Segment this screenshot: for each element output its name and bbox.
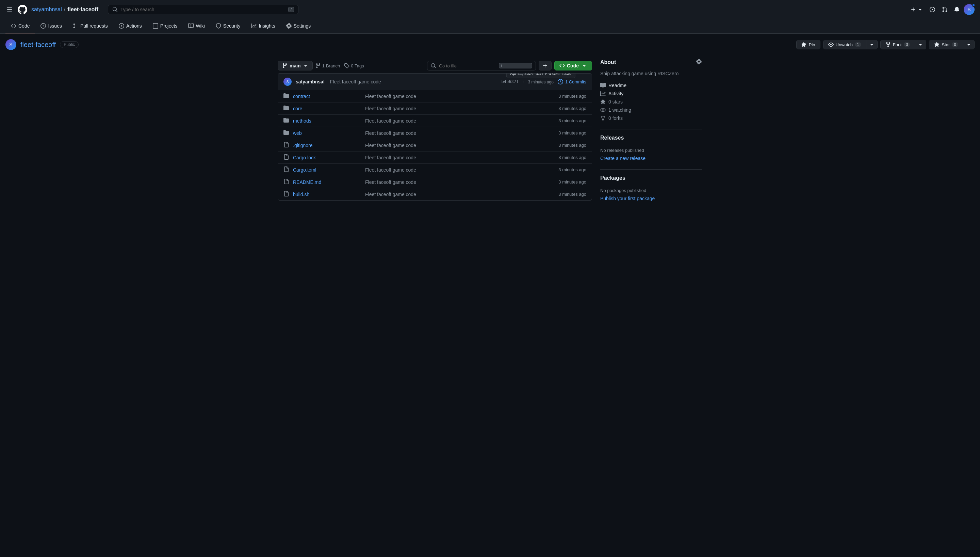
star-icon [934, 42, 939, 47]
commits-count-label: 1 Commits [565, 79, 586, 85]
eye-icon [828, 42, 834, 47]
readme-stat: Readme [600, 83, 703, 88]
insights-icon [251, 23, 256, 29]
search-kbd: / [288, 7, 294, 12]
username-link[interactable]: satyambnsal [31, 7, 62, 13]
code-dropdown-button[interactable]: Code [554, 61, 592, 70]
go-to-file-input[interactable] [439, 64, 496, 68]
repo-breadcrumb: satyambnsal / fleet-faceoff [31, 7, 98, 13]
about-settings-button[interactable] [696, 58, 703, 66]
file-row: methods Fleet faceoff game code 3 minute… [278, 115, 592, 127]
code-icon [11, 23, 16, 29]
pull-request-icon [942, 7, 948, 12]
file-time: 3 minutes ago [558, 106, 586, 111]
tags-link[interactable]: 0 Tags [344, 63, 364, 68]
divider-2 [600, 169, 703, 169]
hamburger-button[interactable] [5, 5, 14, 14]
readme-icon [600, 83, 606, 88]
issues-tab-icon [41, 23, 46, 29]
file-commit-message: Fleet faceoff game code [365, 106, 554, 111]
file-type-icon [284, 117, 289, 124]
file-name-link[interactable]: .gitignore [293, 143, 361, 148]
github-logo-icon [17, 4, 28, 15]
page-header: S fleet-faceoff Public Pin Unwatch 1 [0, 34, 980, 50]
commit-sha[interactable]: b4b637f [501, 79, 519, 84]
file-name-link[interactable]: build.sh [293, 192, 361, 197]
tab-security[interactable]: Security [210, 19, 246, 33]
issues-button[interactable] [927, 5, 938, 14]
activity-icon [600, 91, 606, 96]
branch-selector[interactable]: main [277, 61, 313, 70]
forks-count: 0 forks [608, 116, 623, 121]
file-name-link[interactable]: README.md [293, 179, 361, 185]
about-section: About Ship attacking game using RISCZero… [600, 58, 703, 121]
file-name-link[interactable]: contract [293, 94, 361, 99]
page-title[interactable]: fleet-faceoff [20, 41, 56, 49]
file-search[interactable]: t [427, 61, 536, 70]
notifications-icon [954, 7, 960, 12]
star-dropdown[interactable] [963, 40, 974, 49]
packages-title: Packages [600, 175, 625, 181]
commit-author[interactable]: satyambnsal [296, 79, 325, 85]
publish-link[interactable]: Publish your first package [600, 196, 655, 201]
chevron-down-icon [581, 63, 587, 68]
tab-actions[interactable]: Actions [113, 19, 147, 33]
star-button[interactable]: Star 0 [929, 40, 963, 49]
chevron-down-icon [303, 63, 308, 68]
add-file-button[interactable] [539, 61, 552, 70]
unwatch-dropdown[interactable] [866, 40, 877, 49]
readme-link[interactable]: Readme [608, 83, 626, 88]
file-name-link[interactable]: web [293, 130, 361, 136]
file-type-icon [284, 166, 289, 173]
file-commit-message: Fleet faceoff game code [365, 155, 554, 160]
file-name-link[interactable]: methods [293, 118, 361, 124]
security-icon [216, 23, 221, 29]
file-type-icon [284, 154, 289, 161]
global-search-bar[interactable]: / [108, 5, 299, 14]
file-row: README.md Fleet faceoff game code 3 minu… [278, 176, 592, 188]
fork-button[interactable]: Fork 0 [881, 40, 915, 49]
file-commit-message: Fleet faceoff game code [365, 94, 554, 99]
file-type-icon [284, 142, 289, 148]
branches-link[interactable]: 1 Branch [315, 63, 340, 68]
repo-name-link[interactable]: fleet-faceoff [67, 7, 98, 13]
new-button[interactable] [908, 5, 926, 14]
right-column: About Ship attacking game using RISCZero… [600, 58, 703, 201]
tag-icon [344, 63, 349, 68]
tab-issues[interactable]: Issues [35, 19, 67, 33]
tab-pull-requests[interactable]: Pull requests [67, 19, 113, 33]
actions-icon [119, 23, 124, 29]
tab-wiki[interactable]: Wiki [183, 19, 210, 33]
repo-avatar: S [5, 39, 16, 50]
tab-projects[interactable]: Projects [147, 19, 183, 33]
file-name-link[interactable]: Cargo.toml [293, 167, 361, 173]
file-row: build.sh Fleet faceoff game code 3 minut… [278, 188, 592, 200]
activity-link[interactable]: Activity [608, 91, 623, 96]
tab-settings[interactable]: Settings [281, 19, 316, 33]
divider-1 [600, 129, 703, 129]
file-time: 3 minutes ago [558, 143, 586, 148]
file-name-link[interactable]: core [293, 106, 361, 111]
file-commit-message: Fleet faceoff game code [365, 167, 554, 173]
file-row: web Fleet faceoff game code 3 minutes ag… [278, 127, 592, 139]
search-icon [431, 63, 436, 68]
breadcrumb-separator: / [64, 7, 65, 13]
create-release-link[interactable]: Create a new release [600, 156, 646, 161]
pin-button[interactable]: Pin [797, 40, 820, 49]
tab-insights[interactable]: Insights [246, 19, 281, 33]
fork-dropdown[interactable] [915, 40, 926, 49]
file-type-icon [284, 191, 289, 197]
unwatch-button[interactable]: Unwatch 1 [823, 40, 866, 49]
avatar[interactable]: S [964, 4, 975, 15]
commits-count-button[interactable]: 1 Commits [558, 79, 586, 85]
global-search-input[interactable] [120, 7, 286, 12]
file-row: core Fleet faceoff game code 3 minutes a… [278, 103, 592, 115]
notifications-button[interactable] [951, 5, 962, 14]
tab-code[interactable]: Code [5, 19, 35, 33]
visibility-badge: Public [60, 41, 79, 48]
forks-stat: 0 forks [600, 116, 703, 121]
pullrequests-button[interactable] [939, 5, 950, 14]
releases-section: Releases No releases published Create a … [600, 135, 703, 161]
file-name-link[interactable]: Cargo.lock [293, 155, 361, 160]
fork-icon [886, 42, 891, 47]
